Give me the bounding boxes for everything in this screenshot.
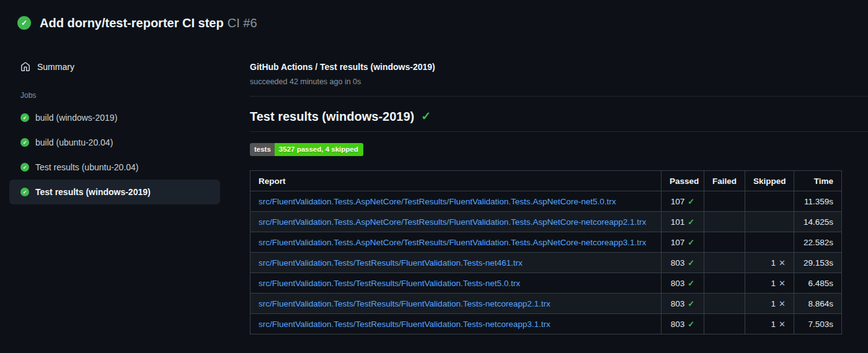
passed-count: 803 [671, 320, 685, 329]
report-link[interactable]: src/FluentValidation.Tests.AspNetCore/Te… [259, 197, 616, 206]
time-cell: 11.359s [794, 191, 842, 212]
summary-label: Summary [37, 62, 74, 72]
job-success-icon: ✓ [20, 188, 29, 196]
sidebar-item-build-windows-2019[interactable]: ✓build (windows-2019) [9, 105, 220, 130]
passed-count: 101 [671, 217, 685, 227]
report-link[interactable]: src/FluentValidation.Tests/TestResults/F… [259, 299, 551, 308]
column-header-skipped: Skipped [745, 171, 794, 191]
report-cell: src/FluentValidation.Tests/TestResults/F… [250, 273, 662, 294]
breadcrumb: GitHub Actions / Test results (windows-2… [250, 61, 868, 73]
skipped-cell [745, 212, 794, 232]
failed-cell [704, 294, 745, 314]
passed-cell: 107✓ [662, 232, 704, 253]
jobs-list: ✓build (windows-2019)✓build (ubuntu-20.0… [0, 105, 250, 204]
skipped-count: 1 [771, 258, 776, 268]
time-cell: 8.864s [794, 294, 842, 314]
time-cell: 14.625s [794, 212, 842, 232]
pass-check-icon: ✓ [688, 320, 694, 329]
results-table: ReportPassedFailedSkippedTime src/Fluent… [250, 170, 842, 334]
skipped-cell: 1✕ [745, 294, 794, 314]
passed-cell: 107✓ [662, 191, 704, 212]
failed-cell [704, 314, 745, 334]
failed-cell [704, 232, 745, 253]
passed-count: 107 [671, 238, 685, 247]
run-header: ✓ Add dorny/test-reporter CI stepCI #6 [0, 0, 868, 30]
report-cell: src/FluentValidation.Tests/TestResults/F… [250, 294, 662, 314]
time-cell: 6.485s [794, 273, 842, 294]
time-cell: 29.153s [794, 253, 842, 273]
passed-count: 803 [671, 258, 685, 268]
report-link[interactable]: src/FluentValidation.Tests/TestResults/F… [259, 279, 520, 288]
run-number: CI #6 [228, 16, 257, 30]
tests-badge: tests 3527 passed, 4 skipped [250, 143, 363, 156]
column-header-time: Time [794, 171, 842, 191]
passed-count: 107 [671, 197, 685, 206]
job-success-icon: ✓ [20, 138, 29, 147]
table-row: src/FluentValidation.Tests/TestResults/F… [250, 314, 842, 334]
failed-cell [704, 191, 745, 212]
table-row: src/FluentValidation.Tests/TestResults/F… [250, 253, 842, 273]
job-success-icon: ✓ [20, 113, 29, 122]
column-header-report: Report [250, 171, 662, 191]
sidebar-item-build-ubuntu-20-04[interactable]: ✓build (ubuntu-20.04) [9, 130, 220, 155]
pass-check-icon: ✓ [688, 238, 694, 247]
report-link[interactable]: src/FluentValidation.Tests.AspNetCore/Te… [259, 217, 646, 227]
report-cell: src/FluentValidation.Tests/TestResults/F… [250, 314, 662, 334]
report-cell: src/FluentValidation.Tests/TestResults/F… [250, 253, 662, 273]
jobs-section-label: Jobs [20, 91, 250, 100]
passed-count: 803 [671, 279, 685, 288]
pass-check-icon: ✓ [688, 217, 694, 227]
skipped-count: 1 [771, 279, 776, 288]
time-cell: 22.582s [794, 232, 842, 253]
skip-cross-icon: ✕ [779, 299, 786, 308]
passed-cell: 101✓ [662, 212, 704, 232]
section-title-text: Test results (windows-2019) [250, 109, 414, 124]
failed-cell [704, 253, 745, 273]
badge-value: 3527 passed, 4 skipped [275, 143, 363, 156]
skip-cross-icon: ✕ [779, 320, 786, 329]
report-cell: src/FluentValidation.Tests.AspNetCore/Te… [250, 212, 662, 232]
pass-check-icon: ✓ [688, 299, 694, 308]
sidebar: Summary Jobs ✓build (windows-2019)✓build… [0, 61, 250, 204]
column-header-failed: Failed [704, 171, 745, 191]
skip-cross-icon: ✕ [779, 279, 786, 288]
passed-cell: 803✓ [662, 294, 704, 314]
pass-check-icon: ✓ [688, 258, 694, 268]
section-divider [250, 96, 868, 97]
skipped-count: 1 [771, 320, 776, 329]
failed-cell [704, 212, 745, 232]
table-row: src/FluentValidation.Tests/TestResults/F… [250, 294, 842, 314]
run-title: Add dorny/test-reporter CI step [40, 16, 224, 30]
run-success-icon: ✓ [17, 16, 31, 30]
table-row: src/FluentValidation.Tests.AspNetCore/Te… [250, 191, 842, 212]
sidebar-item-test-results-windows-2019[interactable]: ✓Test results (windows-2019) [9, 180, 220, 204]
time-cell: 7.503s [794, 314, 842, 334]
job-label: build (windows-2019) [35, 113, 117, 123]
skipped-count: 1 [771, 299, 776, 308]
section-title: Test results (windows-2019) ✓ [250, 109, 868, 132]
report-cell: src/FluentValidation.Tests.AspNetCore/Te… [250, 232, 662, 253]
failed-cell [704, 273, 745, 294]
sidebar-item-test-results-ubuntu-20-04[interactable]: ✓Test results (ubuntu-20.04) [9, 155, 220, 180]
report-link[interactable]: src/FluentValidation.Tests/TestResults/F… [259, 320, 551, 329]
report-cell: src/FluentValidation.Tests.AspNetCore/Te… [250, 191, 662, 212]
success-check-icon: ✓ [421, 109, 431, 124]
status-line: succeeded 42 minutes ago in 0s [250, 77, 868, 87]
table-row: src/FluentValidation.Tests.AspNetCore/Te… [250, 232, 842, 253]
badge-label: tests [250, 143, 275, 156]
passed-cell: 803✓ [662, 314, 704, 334]
report-link[interactable]: src/FluentValidation.Tests/TestResults/F… [259, 258, 523, 268]
sidebar-item-summary[interactable]: Summary [0, 61, 250, 73]
skipped-cell [745, 232, 794, 253]
skipped-cell: 1✕ [745, 314, 794, 334]
job-label: Test results (windows-2019) [35, 187, 151, 197]
home-icon [20, 62, 30, 72]
passed-cell: 803✓ [662, 253, 704, 273]
job-label: Test results (ubuntu-20.04) [35, 162, 139, 172]
column-header-passed: Passed [662, 171, 704, 191]
skipped-cell: 1✕ [745, 253, 794, 273]
pass-check-icon: ✓ [688, 197, 694, 206]
report-link[interactable]: src/FluentValidation.Tests.AspNetCore/Te… [259, 238, 646, 247]
passed-count: 803 [671, 299, 685, 308]
table-row: src/FluentValidation.Tests.AspNetCore/Te… [250, 212, 842, 232]
